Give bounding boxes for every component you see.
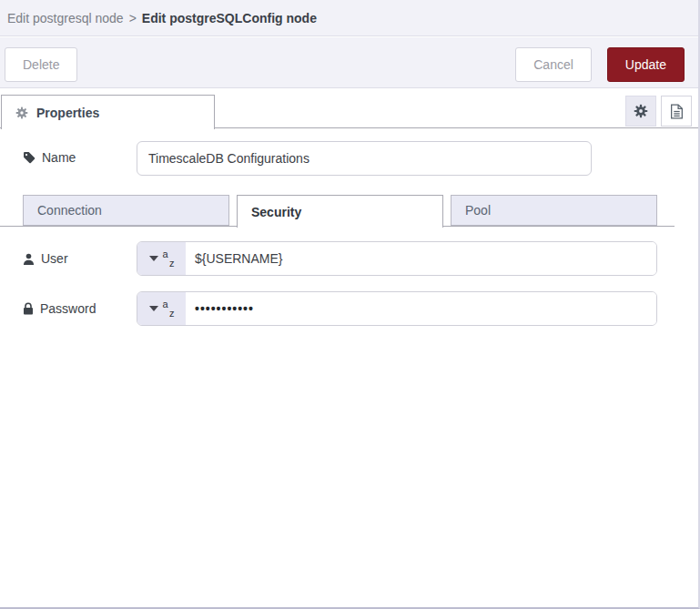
- name-label: Name: [23, 150, 76, 165]
- edit-properties-button[interactable]: [625, 96, 656, 127]
- user-typed-input-group: a z: [137, 241, 657, 276]
- az-type-icon: a z: [163, 299, 175, 318]
- tab-security[interactable]: Security: [237, 195, 443, 228]
- password-label: Password: [23, 301, 96, 316]
- tag-icon: [23, 151, 36, 164]
- dialog-toolbar: Delete Cancel Update: [0, 37, 698, 88]
- user-label-text: User: [41, 251, 68, 266]
- az-letter-a: a: [163, 299, 168, 310]
- user-icon: [23, 253, 35, 265]
- tab-pool[interactable]: Pool: [451, 195, 657, 226]
- password-typed-input-group: a z: [137, 291, 657, 326]
- tab-properties[interactable]: Properties: [1, 95, 215, 129]
- delete-button[interactable]: Delete: [5, 47, 77, 82]
- name-label-text: Name: [42, 150, 76, 165]
- breadcrumb: Edit postgresql node > Edit postgreSQLCo…: [0, 0, 698, 36]
- file-icon: [670, 104, 684, 119]
- caret-down-icon: [149, 306, 158, 311]
- breadcrumb-current: Edit postgreSQLConfig node: [142, 11, 317, 25]
- gear-icon: [15, 107, 28, 119]
- breadcrumb-parent-link[interactable]: Edit postgresql node: [7, 11, 124, 25]
- user-type-select-button[interactable]: a z: [137, 242, 186, 275]
- breadcrumb-separator: >: [129, 11, 137, 25]
- gear-icon: [634, 104, 648, 118]
- name-input[interactable]: [137, 141, 592, 176]
- az-letter-z: z: [169, 308, 175, 319]
- az-letter-a: a: [163, 249, 168, 259]
- user-label: User: [23, 251, 68, 266]
- password-input[interactable]: [186, 292, 656, 325]
- update-button[interactable]: Update: [607, 47, 685, 82]
- tab-connection[interactable]: Connection: [23, 195, 229, 226]
- password-label-text: Password: [40, 301, 96, 316]
- edit-config-node-dialog: Edit postgresql node > Edit postgreSQLCo…: [0, 0, 700, 609]
- editor-tab-bar: Properties: [0, 88, 698, 128]
- user-input[interactable]: [186, 242, 656, 275]
- node-description-button[interactable]: [661, 96, 692, 127]
- caret-down-icon: [149, 256, 158, 261]
- password-type-select-button[interactable]: a z: [137, 292, 186, 325]
- cancel-button[interactable]: Cancel: [515, 47, 592, 82]
- lock-icon: [23, 302, 34, 315]
- az-letter-z: z: [169, 258, 175, 269]
- toolbar-right-group: Cancel Update: [515, 47, 685, 82]
- properties-tab-label: Properties: [36, 106, 99, 120]
- config-tab-bar: Connection Security Pool: [0, 193, 698, 227]
- az-type-icon: a z: [163, 249, 175, 268]
